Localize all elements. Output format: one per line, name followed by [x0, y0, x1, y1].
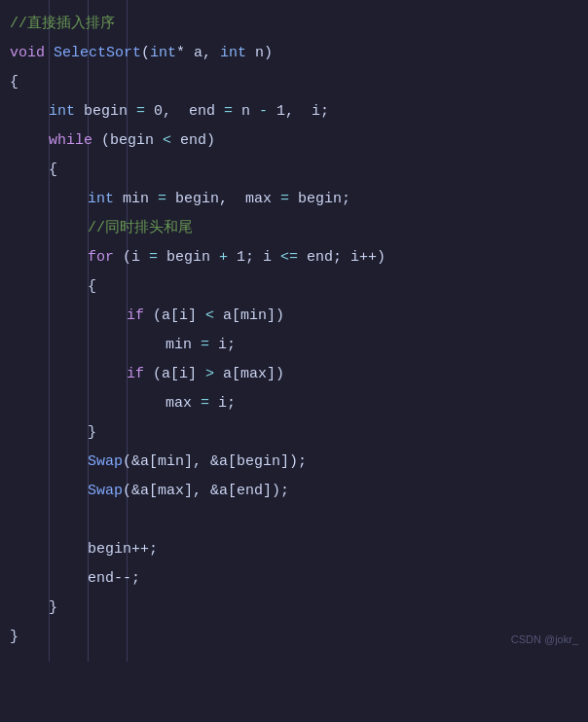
code-line: for (i = begin + 1; i <= end; i++) [10, 243, 588, 272]
code-line: if (a[i] > a[max]) [10, 360, 588, 389]
code-line: { [10, 68, 588, 97]
code-line: int begin = 0, end = n - 1, i; [10, 97, 588, 126]
code-line: max = i; [10, 389, 588, 418]
code-container: //直接插入排序void SelectSort(int* a, int n){i… [0, 0, 588, 662]
code-line: //直接插入排序 [10, 10, 588, 39]
code-line: } [10, 418, 588, 448]
code-line: void SelectSort(int* a, int n) [10, 39, 588, 68]
code-line: } [10, 594, 588, 623]
code-line: { [10, 156, 588, 185]
code-line: begin++; [10, 535, 588, 564]
code-line: end--; [10, 564, 588, 594]
code-line: while (begin < end) [10, 126, 588, 156]
code-line: if (a[i] < a[min]) [10, 302, 588, 331]
code-line: Swap(&a[max], &a[end]); [10, 477, 588, 506]
code-line: //同时排头和尾 [10, 214, 588, 243]
code-line: Swap(&a[min], &a[begin]); [10, 448, 588, 477]
watermark: CSDN @jokr_ [511, 625, 578, 654]
code-line: min = i; [10, 331, 588, 360]
code-line: int min = begin, max = begin; [10, 185, 588, 214]
code-line [10, 506, 588, 535]
code-line: } [10, 623, 588, 652]
code-line: { [10, 272, 588, 302]
